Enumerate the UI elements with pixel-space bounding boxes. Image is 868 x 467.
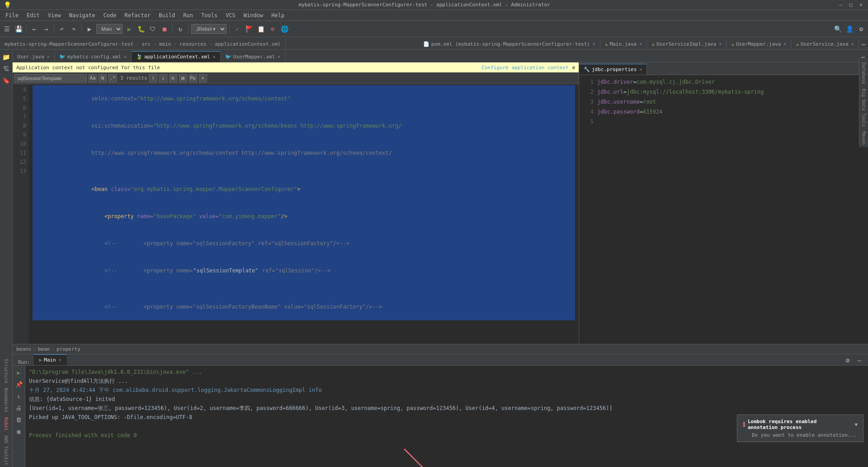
jdbc-properties-tab[interactable]: 🔧 jdbc.properties ×: [579, 64, 647, 75]
pom-close[interactable]: ×: [593, 42, 595, 47]
toolbar-undo[interactable]: ↶: [57, 24, 67, 34]
toolbar-settings[interactable]: ⚙: [856, 24, 866, 34]
notif-text: Application context not configured for t…: [16, 65, 160, 71]
sidebar-structure-icon[interactable]: 🏗: [1, 63, 12, 74]
run-rerun-btn[interactable]: ▶: [14, 367, 24, 377]
toolbar-flag[interactable]: 🚩: [244, 24, 254, 34]
notif-settings-icon[interactable]: ⚙: [572, 65, 575, 71]
menu-refactor[interactable]: Refactor: [121, 11, 154, 19]
mybatis-icon: 🐦: [59, 54, 66, 60]
breadcrumb-beans[interactable]: beans: [16, 346, 31, 352]
toolbar-back[interactable]: ←: [29, 24, 39, 34]
menu-build[interactable]: Build: [155, 11, 179, 19]
toolbar-save[interactable]: 💾: [14, 24, 24, 34]
toolbar-run-config[interactable]: ▶: [85, 24, 94, 34]
run-scroll-end-btn[interactable]: ↓: [14, 391, 24, 401]
run-tab-close[interactable]: ×: [59, 357, 61, 362]
run-print-btn[interactable]: 🖨: [14, 403, 24, 413]
configure-link[interactable]: Configure application context: [481, 65, 568, 71]
toolbar-sep-2: [54, 24, 54, 33]
search-next[interactable]: ↓: [159, 74, 167, 82]
tab-user-java[interactable]: User.java ×: [13, 51, 55, 62]
menu-window[interactable]: Window: [240, 11, 267, 19]
run-stop-btn[interactable]: ■: [14, 426, 24, 436]
toolbar-hamburger[interactable]: ☰: [2, 24, 12, 34]
app-context-close[interactable]: ×: [213, 54, 216, 59]
tab-main-java[interactable]: ☕ Main.java ×: [600, 38, 647, 49]
search-word[interactable]: W: [99, 74, 107, 82]
toolbar-sep-5: [188, 24, 189, 33]
breadcrumb-property[interactable]: property: [57, 346, 80, 352]
run-config-dropdown[interactable]: Main: [96, 24, 123, 34]
toolbar-debug[interactable]: 🐛: [136, 24, 146, 34]
usermapper-xml-label: UserMapper.xml: [233, 54, 275, 60]
menu-vcs[interactable]: VCS: [222, 11, 239, 19]
search-in-selection[interactable]: ▤: [179, 74, 187, 82]
search-preserve-case[interactable]: Pp: [189, 74, 197, 82]
toolbar-cancel[interactable]: ⊘: [268, 24, 278, 34]
userservice-close[interactable]: ×: [851, 42, 854, 47]
menu-run[interactable]: Run: [179, 11, 197, 19]
toolbar-check[interactable]: ✓: [232, 24, 242, 34]
mybatis-config-close[interactable]: ×: [124, 54, 127, 59]
sidebar-bookmark-icon[interactable]: 🔖: [1, 75, 12, 86]
code-content[interactable]: xmlns:context="http://www.springframewor…: [29, 84, 579, 344]
right-sidebar-maven[interactable]: Maven: [861, 129, 866, 147]
tab-application-context[interactable]: 🍃 applicationContext.xml ×: [132, 51, 221, 62]
usermapper-xml-icon: 🐦: [225, 54, 231, 60]
user-java-close[interactable]: ×: [47, 54, 50, 59]
tab-usermapper[interactable]: ☕ UserMapper.java ×: [726, 38, 791, 49]
search-input[interactable]: [14, 74, 87, 82]
right-sidebar-database[interactable]: Database: [861, 61, 866, 86]
breadcrumb-bean[interactable]: bean: [38, 346, 50, 352]
toolbar-translate[interactable]: 🌐: [279, 24, 289, 34]
tab-userserviceimpl[interactable]: ☕ UserServiceImpl.java ×: [647, 38, 726, 49]
minimize-button[interactable]: —: [837, 2, 844, 8]
search-filter[interactable]: ⊟: [169, 74, 177, 82]
toolbar-search[interactable]: 🔍: [833, 24, 843, 34]
search-prev[interactable]: ↑: [149, 74, 157, 82]
toolbar-coverage[interactable]: 🛡: [148, 24, 158, 34]
search-close[interactable]: ×: [199, 74, 207, 82]
lombok-close-btn[interactable]: ▼: [854, 422, 858, 428]
menu-view[interactable]: View: [44, 11, 65, 19]
tab-project-root[interactable]: mybatis-spring-MapperScannerConfigurer-t…: [0, 38, 286, 49]
toolbar-forward[interactable]: →: [41, 24, 51, 34]
run-tab-main[interactable]: ▶ Main ×: [34, 354, 67, 365]
jdbc-tab-close[interactable]: ×: [639, 67, 642, 72]
menu-file[interactable]: File: [2, 11, 22, 19]
close-button[interactable]: ✕: [858, 2, 864, 8]
menu-edit[interactable]: Edit: [23, 11, 43, 19]
run-hide-btn[interactable]: —: [854, 355, 864, 365]
menu-code[interactable]: Code: [100, 11, 120, 19]
search-regex[interactable]: .*: [108, 74, 117, 82]
userserviceimpl-close[interactable]: ×: [719, 42, 722, 47]
run-clear-btn[interactable]: 🗑: [14, 415, 24, 424]
tab-userservice[interactable]: ☕ UserService.java ×: [791, 38, 859, 49]
toolbar-user[interactable]: 👤: [844, 24, 854, 34]
run-pin-btn[interactable]: 📌: [14, 379, 24, 389]
menu-tools[interactable]: Tools: [198, 11, 221, 19]
menu-navigate[interactable]: Navigate: [66, 11, 99, 19]
menu-help[interactable]: Help: [268, 11, 288, 19]
toolbar-run[interactable]: ▶: [124, 24, 134, 34]
run-settings-btn[interactable]: ⚙: [843, 355, 853, 365]
props-line-2: 2 jdbc.url=jdbc:mysql://localhost:3306/m…: [583, 87, 864, 97]
toolbar-redo[interactable]: ↷: [69, 24, 79, 34]
toolbar-stop[interactable]: ■: [160, 24, 170, 34]
usermapper-close[interactable]: ×: [783, 42, 786, 47]
right-sidebar-bigdata[interactable]: Big Data Tools: [861, 87, 866, 129]
tab-pom[interactable]: 📄 pom.xml (mybatis-spring-MapperScannerC…: [419, 38, 600, 49]
tab-usermapper-xml[interactable]: 🐦 UserMapper.xml ×: [221, 51, 286, 62]
jrebel-dropdown[interactable]: JRebel ▾: [191, 24, 226, 34]
tab-mybatis-config[interactable]: 🐦 mybatis-config.xml ×: [55, 51, 132, 62]
toolbar-copy[interactable]: 📋: [256, 24, 266, 34]
toolbar-sync[interactable]: ↻: [175, 24, 185, 34]
sidebar-project-icon[interactable]: 📁: [1, 52, 12, 62]
usermapper-xml-close[interactable]: ×: [278, 54, 280, 59]
lombok-notification: ℹ Lombok requires enabled annotation pro…: [737, 415, 863, 442]
search-match-case[interactable]: Aa: [89, 74, 97, 82]
main-java-close[interactable]: ×: [639, 42, 642, 47]
maximize-button[interactable]: □: [848, 2, 854, 8]
tabs-more-btn[interactable]: ⋯: [859, 39, 868, 49]
